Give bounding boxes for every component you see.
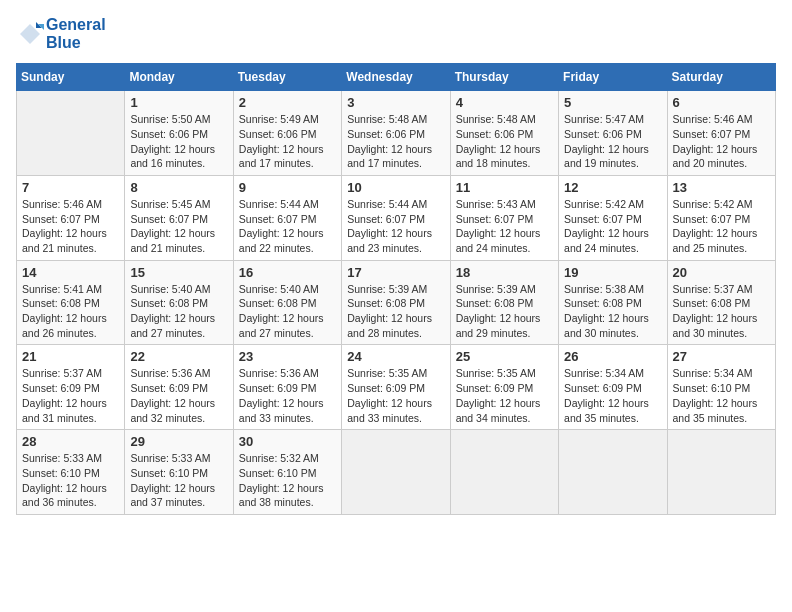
calendar-cell: 11Sunrise: 5:43 AM Sunset: 6:07 PM Dayli… [450,175,558,260]
calendar-cell [17,91,125,176]
calendar-cell: 26Sunrise: 5:34 AM Sunset: 6:09 PM Dayli… [559,345,667,430]
calendar-cell: 13Sunrise: 5:42 AM Sunset: 6:07 PM Dayli… [667,175,775,260]
calendar-cell: 24Sunrise: 5:35 AM Sunset: 6:09 PM Dayli… [342,345,450,430]
day-number: 28 [22,434,119,449]
day-info: Sunrise: 5:33 AM Sunset: 6:10 PM Dayligh… [22,451,119,510]
day-info: Sunrise: 5:43 AM Sunset: 6:07 PM Dayligh… [456,197,553,256]
day-info: Sunrise: 5:34 AM Sunset: 6:10 PM Dayligh… [673,366,770,425]
day-number: 19 [564,265,661,280]
logo-line2: Blue [46,34,106,52]
calendar-cell: 29Sunrise: 5:33 AM Sunset: 6:10 PM Dayli… [125,430,233,515]
day-info: Sunrise: 5:34 AM Sunset: 6:09 PM Dayligh… [564,366,661,425]
calendar-cell: 2Sunrise: 5:49 AM Sunset: 6:06 PM Daylig… [233,91,341,176]
day-number: 4 [456,95,553,110]
calendar-cell: 27Sunrise: 5:34 AM Sunset: 6:10 PM Dayli… [667,345,775,430]
day-number: 22 [130,349,227,364]
logo-line1: General [46,16,106,34]
day-number: 9 [239,180,336,195]
day-number: 3 [347,95,444,110]
day-info: Sunrise: 5:48 AM Sunset: 6:06 PM Dayligh… [456,112,553,171]
day-info: Sunrise: 5:47 AM Sunset: 6:06 PM Dayligh… [564,112,661,171]
day-number: 5 [564,95,661,110]
calendar-week-row: 7Sunrise: 5:46 AM Sunset: 6:07 PM Daylig… [17,175,776,260]
day-info: Sunrise: 5:37 AM Sunset: 6:09 PM Dayligh… [22,366,119,425]
calendar-cell: 15Sunrise: 5:40 AM Sunset: 6:08 PM Dayli… [125,260,233,345]
day-number: 6 [673,95,770,110]
day-number: 7 [22,180,119,195]
day-info: Sunrise: 5:40 AM Sunset: 6:08 PM Dayligh… [239,282,336,341]
day-info: Sunrise: 5:49 AM Sunset: 6:06 PM Dayligh… [239,112,336,171]
day-info: Sunrise: 5:42 AM Sunset: 6:07 PM Dayligh… [673,197,770,256]
page-header: General Blue [16,16,776,51]
calendar-week-row: 28Sunrise: 5:33 AM Sunset: 6:10 PM Dayli… [17,430,776,515]
day-number: 15 [130,265,227,280]
day-info: Sunrise: 5:44 AM Sunset: 6:07 PM Dayligh… [239,197,336,256]
day-info: Sunrise: 5:39 AM Sunset: 6:08 PM Dayligh… [456,282,553,341]
day-number: 16 [239,265,336,280]
day-number: 20 [673,265,770,280]
day-number: 1 [130,95,227,110]
calendar-cell: 30Sunrise: 5:32 AM Sunset: 6:10 PM Dayli… [233,430,341,515]
calendar-cell: 23Sunrise: 5:36 AM Sunset: 6:09 PM Dayli… [233,345,341,430]
calendar-cell: 5Sunrise: 5:47 AM Sunset: 6:06 PM Daylig… [559,91,667,176]
day-info: Sunrise: 5:36 AM Sunset: 6:09 PM Dayligh… [239,366,336,425]
logo: General Blue [16,16,106,51]
weekday-header: Saturday [667,64,775,91]
day-info: Sunrise: 5:48 AM Sunset: 6:06 PM Dayligh… [347,112,444,171]
day-info: Sunrise: 5:50 AM Sunset: 6:06 PM Dayligh… [130,112,227,171]
calendar-week-row: 1Sunrise: 5:50 AM Sunset: 6:06 PM Daylig… [17,91,776,176]
weekday-header: Friday [559,64,667,91]
day-info: Sunrise: 5:36 AM Sunset: 6:09 PM Dayligh… [130,366,227,425]
calendar-cell [667,430,775,515]
day-info: Sunrise: 5:35 AM Sunset: 6:09 PM Dayligh… [456,366,553,425]
day-number: 21 [22,349,119,364]
day-info: Sunrise: 5:40 AM Sunset: 6:08 PM Dayligh… [130,282,227,341]
calendar-cell: 19Sunrise: 5:38 AM Sunset: 6:08 PM Dayli… [559,260,667,345]
day-number: 18 [456,265,553,280]
calendar-cell: 6Sunrise: 5:46 AM Sunset: 6:07 PM Daylig… [667,91,775,176]
calendar-cell: 3Sunrise: 5:48 AM Sunset: 6:06 PM Daylig… [342,91,450,176]
calendar-cell: 18Sunrise: 5:39 AM Sunset: 6:08 PM Dayli… [450,260,558,345]
calendar-cell [450,430,558,515]
calendar-header-row: SundayMondayTuesdayWednesdayThursdayFrid… [17,64,776,91]
day-info: Sunrise: 5:45 AM Sunset: 6:07 PM Dayligh… [130,197,227,256]
calendar-cell: 16Sunrise: 5:40 AM Sunset: 6:08 PM Dayli… [233,260,341,345]
calendar-week-row: 14Sunrise: 5:41 AM Sunset: 6:08 PM Dayli… [17,260,776,345]
calendar-cell: 28Sunrise: 5:33 AM Sunset: 6:10 PM Dayli… [17,430,125,515]
calendar-cell: 9Sunrise: 5:44 AM Sunset: 6:07 PM Daylig… [233,175,341,260]
logo-graphic: General Blue [16,16,106,51]
calendar-week-row: 21Sunrise: 5:37 AM Sunset: 6:09 PM Dayli… [17,345,776,430]
logo-icon [16,20,44,48]
day-number: 27 [673,349,770,364]
day-number: 13 [673,180,770,195]
day-number: 12 [564,180,661,195]
calendar-cell: 12Sunrise: 5:42 AM Sunset: 6:07 PM Dayli… [559,175,667,260]
day-number: 25 [456,349,553,364]
day-info: Sunrise: 5:46 AM Sunset: 6:07 PM Dayligh… [673,112,770,171]
calendar-cell: 21Sunrise: 5:37 AM Sunset: 6:09 PM Dayli… [17,345,125,430]
calendar-cell: 10Sunrise: 5:44 AM Sunset: 6:07 PM Dayli… [342,175,450,260]
day-number: 26 [564,349,661,364]
weekday-header: Thursday [450,64,558,91]
day-number: 29 [130,434,227,449]
calendar-cell: 14Sunrise: 5:41 AM Sunset: 6:08 PM Dayli… [17,260,125,345]
calendar-table: SundayMondayTuesdayWednesdayThursdayFrid… [16,63,776,515]
day-number: 8 [130,180,227,195]
weekday-header: Sunday [17,64,125,91]
calendar-cell [559,430,667,515]
day-info: Sunrise: 5:41 AM Sunset: 6:08 PM Dayligh… [22,282,119,341]
day-number: 23 [239,349,336,364]
day-info: Sunrise: 5:32 AM Sunset: 6:10 PM Dayligh… [239,451,336,510]
calendar-cell: 1Sunrise: 5:50 AM Sunset: 6:06 PM Daylig… [125,91,233,176]
calendar-cell: 7Sunrise: 5:46 AM Sunset: 6:07 PM Daylig… [17,175,125,260]
day-number: 2 [239,95,336,110]
day-info: Sunrise: 5:46 AM Sunset: 6:07 PM Dayligh… [22,197,119,256]
calendar-cell [342,430,450,515]
day-number: 11 [456,180,553,195]
day-number: 14 [22,265,119,280]
day-info: Sunrise: 5:44 AM Sunset: 6:07 PM Dayligh… [347,197,444,256]
calendar-cell: 22Sunrise: 5:36 AM Sunset: 6:09 PM Dayli… [125,345,233,430]
calendar-cell: 20Sunrise: 5:37 AM Sunset: 6:08 PM Dayli… [667,260,775,345]
calendar-cell: 17Sunrise: 5:39 AM Sunset: 6:08 PM Dayli… [342,260,450,345]
weekday-header: Monday [125,64,233,91]
